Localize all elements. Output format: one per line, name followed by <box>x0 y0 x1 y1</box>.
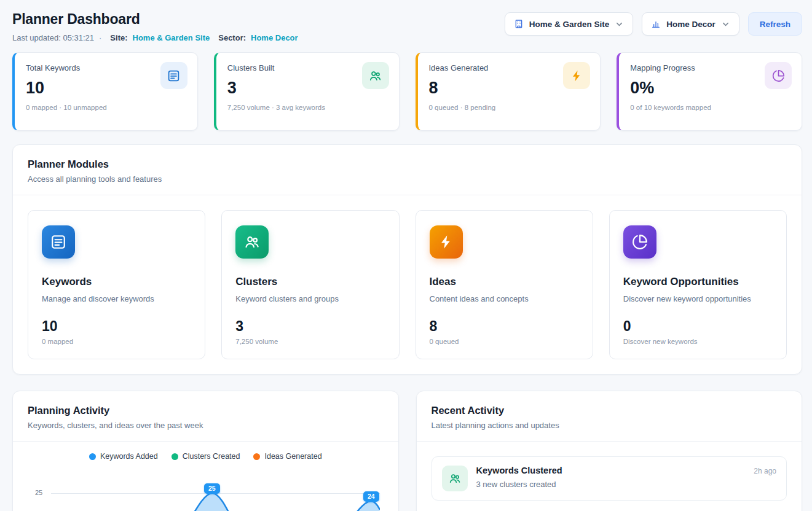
module-description: Discover new keyword opportunities <box>623 294 773 303</box>
lightning-icon <box>563 62 590 89</box>
activity-item-content: Keywords Clustered 2h ago 3 new clusters… <box>476 466 777 489</box>
module-title: Ideas <box>430 276 579 288</box>
recent-activity-panel: Recent Activity Latest planning actions … <box>416 391 803 511</box>
page-subtitle: Last updated: 05:31:21 · Site: Home & Ga… <box>12 33 298 42</box>
activity-item-time: 2h ago <box>754 467 776 475</box>
users-icon <box>442 466 468 491</box>
legend-dot-green <box>171 453 178 460</box>
module-card-clusters[interactable]: Clusters Keyword clusters and groups 3 7… <box>221 210 399 359</box>
bottom-row: Planning Activity Keywords, clusters, an… <box>12 391 802 511</box>
legend-label: Ideas Generated <box>264 452 321 461</box>
pie-chart-icon <box>623 225 656 259</box>
sector-link[interactable]: Home Decor <box>251 33 298 42</box>
module-detail: 0 mapped <box>42 338 191 345</box>
site-label: Site: <box>110 33 127 42</box>
bar-chart-icon <box>651 19 661 29</box>
sector-label: Sector: <box>218 33 246 42</box>
stat-card-ideas-generated: Ideas Generated 8 0 queued · 8 pending <box>416 52 601 131</box>
modules-title: Planner Modules <box>28 158 787 170</box>
data-point-label: 25 <box>204 483 220 494</box>
activity-item-top: Keywords Clustered 2h ago <box>476 466 777 475</box>
stat-detail: 0 mapped · 10 unmapped <box>26 104 186 111</box>
recent-activity-subtitle: Latest planning actions and updates <box>432 421 787 430</box>
stat-cards-row: Total Keywords 10 0 mapped · 10 unmapped… <box>12 52 802 131</box>
last-updated-text: Last updated: 05:31:21 <box>12 33 94 42</box>
separator-dot: · <box>99 33 101 42</box>
module-title: Clusters <box>235 276 385 288</box>
planning-activity-body: Keywords Added Clusters Created Ideas Ge… <box>13 452 398 511</box>
modules-subtitle: Access all planning tools and features <box>28 174 787 184</box>
sector-selector-dropdown[interactable]: Home Decor <box>642 12 739 36</box>
modules-header: Planner Modules Access all planning tool… <box>13 145 802 195</box>
sector-selector-label: Home Decor <box>666 20 715 29</box>
stat-card-mapping-progress: Mapping Progress 0% 0 of 10 keywords map… <box>617 52 802 131</box>
stat-detail: 0 of 10 keywords mapped <box>630 104 790 111</box>
planner-modules-panel: Planner Modules Access all planning tool… <box>12 144 802 375</box>
planner-dashboard-page: Planner Dashboard Last updated: 05:31:21… <box>0 0 812 511</box>
users-icon <box>362 62 389 89</box>
legend-item-ideas-generated: Ideas Generated <box>253 452 321 461</box>
activity-item-keywords-clustered[interactable]: Keywords Clustered 2h ago 3 new clusters… <box>432 456 787 501</box>
chart-legend: Keywords Added Clusters Created Ideas Ge… <box>24 452 387 461</box>
stat-detail: 0 queued · 8 pending <box>429 104 589 111</box>
stat-detail: 7,250 volume · 3 avg keywords <box>227 104 388 111</box>
document-icon <box>42 225 75 259</box>
module-title: Keywords <box>42 276 191 288</box>
module-card-ideas[interactable]: Ideas Content ideas and concepts 8 0 que… <box>416 210 593 359</box>
stat-card-total-keywords: Total Keywords 10 0 mapped · 10 unmapped <box>12 52 198 131</box>
recent-activity-header: Recent Activity Latest planning actions … <box>417 391 802 442</box>
module-description: Keyword clusters and groups <box>235 294 385 303</box>
module-value: 8 <box>430 318 579 335</box>
activity-item-title: Keywords Clustered <box>476 466 562 475</box>
planning-activity-title: Planning Activity <box>28 405 384 416</box>
legend-label: Clusters Created <box>183 452 240 461</box>
lightning-icon <box>430 225 463 259</box>
module-card-keywords[interactable]: Keywords Manage and discover keywords 10… <box>28 210 205 359</box>
refresh-button[interactable]: Refresh <box>748 12 802 36</box>
legend-dot-orange <box>253 453 260 460</box>
site-link[interactable]: Home & Garden Site <box>133 33 210 42</box>
module-value: 3 <box>235 318 385 335</box>
site-selector-label: Home & Garden Site <box>529 20 610 29</box>
planning-activity-header: Planning Activity Keywords, clusters, an… <box>13 391 398 442</box>
activity-item-description: 3 new clusters created <box>476 480 777 489</box>
planning-activity-subtitle: Keywords, clusters, and ideas over the p… <box>28 421 384 430</box>
page-header: Planner Dashboard Last updated: 05:31:21… <box>0 0 812 42</box>
recent-activity-body: Keywords Clustered 2h ago 3 new clusters… <box>417 442 802 511</box>
module-value: 0 <box>623 318 773 335</box>
data-point-label: 24 <box>363 491 379 502</box>
document-icon <box>160 62 187 89</box>
legend-item-keywords-added: Keywords Added <box>89 452 158 461</box>
module-detail: 0 queued <box>430 338 579 345</box>
page-title: Planner Dashboard <box>12 11 298 28</box>
module-detail: Discover new keywords <box>623 338 773 345</box>
legend-item-clusters-created: Clusters Created <box>171 452 240 461</box>
legend-dot-blue <box>89 453 96 460</box>
module-description: Manage and discover keywords <box>42 294 191 303</box>
header-left: Planner Dashboard Last updated: 05:31:21… <box>12 11 298 42</box>
site-selector-dropdown[interactable]: Home & Garden Site <box>505 12 634 36</box>
pie-chart-icon <box>765 62 792 89</box>
users-icon <box>235 225 269 259</box>
module-value: 10 <box>42 318 191 335</box>
stat-card-clusters-built: Clusters Built 3 7,250 volume · 3 avg ke… <box>214 52 400 131</box>
module-description: Content ideas and concepts <box>430 294 579 303</box>
chevron-down-icon <box>721 20 730 29</box>
chevron-down-icon <box>615 20 624 29</box>
recent-activity-title: Recent Activity <box>432 405 787 416</box>
planning-activity-panel: Planning Activity Keywords, clusters, an… <box>12 391 399 511</box>
module-card-keyword-opportunities[interactable]: Keyword Opportunities Discover new keywo… <box>609 210 787 359</box>
modules-grid: Keywords Manage and discover keywords 10… <box>13 195 802 374</box>
module-title: Keyword Opportunities <box>623 276 773 288</box>
building-icon <box>514 19 524 29</box>
legend-label: Keywords Added <box>100 452 158 461</box>
header-controls: Home & Garden Site Home Decor Refresh <box>505 12 802 36</box>
planning-activity-chart: 25 25 24 <box>24 468 387 511</box>
module-detail: 7,250 volume <box>235 338 385 345</box>
y-axis-tick: 25 <box>35 489 42 496</box>
